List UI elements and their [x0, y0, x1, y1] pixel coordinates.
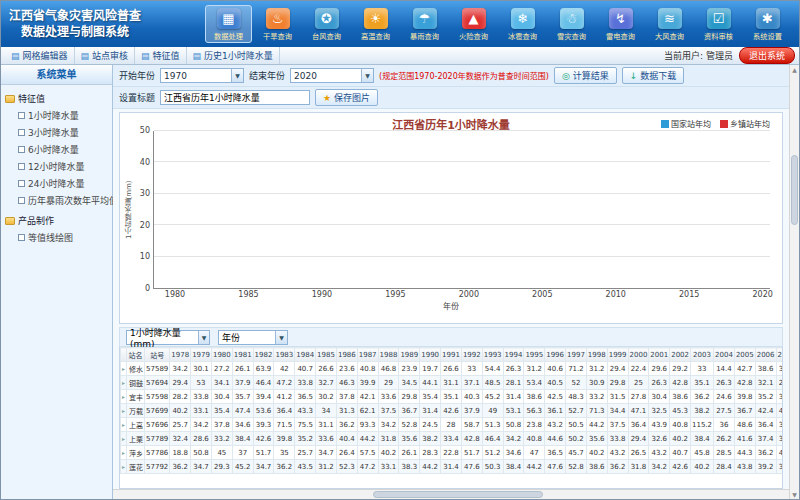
table-header-year: 1993 — [482, 348, 503, 362]
vertical-scrollbar-thumb[interactable] — [791, 155, 798, 225]
station-name-cell: 上高 — [127, 418, 145, 432]
tree-group-label[interactable]: 产品制作 — [5, 212, 108, 229]
checkbox-icon[interactable] — [18, 129, 25, 136]
y-tick-label: 50 — [140, 126, 150, 135]
value-cell: 50.8 — [191, 446, 212, 460]
row-expand-icon[interactable]: ▸ — [122, 379, 125, 386]
value-cell: 26.3 — [714, 376, 735, 390]
value-cell: 31.2 — [316, 460, 337, 474]
value-cell: 58.7 — [461, 418, 482, 432]
folder-icon — [5, 95, 15, 103]
station-id-cell: 57699 — [145, 404, 170, 418]
value-cell: 31.8 — [628, 460, 649, 474]
vertical-scrollbar[interactable]: ▲ ▼ — [789, 65, 799, 499]
tab-feature-value[interactable]: ▤ 特征值 — [135, 47, 187, 64]
toolbar-item-hightemp[interactable]: ☀高温查询 — [352, 5, 399, 43]
table-header-row: 站名站号197819791980198119821983198419851986… — [121, 348, 784, 362]
row-expand-icon[interactable]: ▸ — [122, 449, 125, 456]
table-metric-select[interactable]: 1小时降水量(mm) ▼ — [126, 330, 210, 345]
y-tick-label: 40 — [140, 158, 150, 167]
value-cell: 38.3 — [399, 460, 420, 474]
toolbar-item-data[interactable]: ▦数据处理 — [205, 5, 252, 43]
value-cell: 43.2 — [545, 418, 566, 432]
x-tick-label: 1995 — [385, 290, 405, 299]
tree-item[interactable]: 6小时降水量 — [5, 141, 108, 158]
x-tick-label: 1990 — [312, 290, 332, 299]
horizontal-scrollbar-thumb[interactable] — [373, 491, 543, 498]
toolbar-item-snow[interactable]: ☃雪灾查询 — [548, 5, 595, 43]
tree-item[interactable]: 12小时降水量 — [5, 158, 108, 175]
value-cell: 33.1 — [191, 404, 212, 418]
tree-item[interactable]: 历年暴雨次数年平均值 — [5, 192, 108, 209]
value-cell: 48.3 — [566, 390, 587, 404]
checkbox-icon[interactable] — [18, 197, 25, 204]
table-year-select[interactable]: 年份 ▼ — [218, 330, 288, 345]
tree-item-label: 3小时降水量 — [28, 126, 79, 139]
value-cell: 31.1 — [316, 418, 337, 432]
table-row[interactable]: ▸上高5769625.734.237.834.639.371.575.531.1… — [121, 418, 784, 432]
calculate-button[interactable]: ◎ 计算结果 — [554, 67, 617, 84]
value-cell: 33.8 — [607, 432, 628, 446]
tree-item[interactable]: 24小时降水量 — [5, 175, 108, 192]
toolbar-item-fire[interactable]: ▲火险查询 — [450, 5, 497, 43]
row-expand-icon[interactable]: ▸ — [122, 365, 125, 372]
row-expand-icon[interactable]: ▸ — [122, 393, 125, 400]
toolbar-item-drought[interactable]: ♨干旱查询 — [254, 5, 301, 43]
row-expand-icon[interactable]: ▸ — [122, 421, 125, 428]
tree-item[interactable]: 1小时降水量 — [5, 107, 108, 124]
checkbox-icon[interactable] — [18, 234, 25, 241]
value-cell: 47.6 — [461, 460, 482, 474]
table-row[interactable]: ▸上栗5778932.428.633.238.442.639.835.233.6… — [121, 432, 784, 446]
checkbox-icon[interactable] — [18, 146, 25, 153]
row-expand-icon[interactable]: ▸ — [122, 407, 125, 414]
table-row[interactable]: ▸宜丰5759828.233.830.435.739.441.236.530.2… — [121, 390, 784, 404]
table-row[interactable]: ▸萍乡5778618.850.8453751.73525.734.726.457… — [121, 446, 784, 460]
table-row[interactable]: ▸莲花5779236.234.729.345.234.736.243.531.2… — [121, 460, 784, 474]
scroll-up-arrow[interactable]: ▲ — [790, 66, 799, 73]
filter-row-years: 开始年份 1970 ▼ 结束年份 2020 ▼ (规定范围1970-2020年数… — [113, 65, 789, 87]
toolbar-item-rainstorm[interactable]: ☂暴雨查询 — [401, 5, 448, 43]
x-tick-label: 2005 — [532, 290, 552, 299]
tree-item[interactable]: 3小时降水量 — [5, 124, 108, 141]
save-image-button[interactable]: ★ 保存图片 — [315, 89, 378, 106]
download-button[interactable]: ↓ 数据下载 — [622, 67, 685, 84]
start-year-select[interactable]: 1970 ▼ — [160, 68, 244, 83]
value-cell: 29.8 — [399, 390, 420, 404]
horizontal-scrollbar[interactable] — [113, 489, 789, 499]
toolbar-item-typhoon[interactable]: ✪台风查询 — [303, 5, 350, 43]
end-year-select[interactable]: 2020 ▼ — [290, 68, 374, 83]
tab-grid-editor[interactable]: ▤ 网格编辑器 — [5, 47, 75, 64]
value-cell: 31.4 — [441, 460, 462, 474]
table-row[interactable]: ▸修水5758934.230.127.226.163.94240.726.623… — [121, 362, 784, 376]
tab-label: 网格编辑器 — [23, 49, 68, 62]
toolbar-item-wind[interactable]: ≋大风查询 — [646, 5, 693, 43]
value-cell: 26.5 — [628, 446, 649, 460]
row-expand-icon[interactable]: ▸ — [122, 463, 125, 470]
checkbox-icon[interactable] — [18, 163, 25, 170]
checkbox-icon[interactable] — [18, 112, 25, 119]
value-cell: 52.7 — [566, 404, 587, 418]
scroll-down-arrow[interactable]: ▼ — [790, 491, 799, 498]
toolbar-item-hail[interactable]: ❄冰雹查询 — [499, 5, 546, 43]
toolbar-item-lightning[interactable]: ↯雷电查询 — [597, 5, 644, 43]
row-expand-icon[interactable]: ▸ — [122, 435, 125, 442]
toolbar-item-settings[interactable]: ✱系统设置 — [744, 5, 791, 43]
tab-station-audit[interactable]: ▤ 站点审核 — [75, 47, 136, 64]
logout-button[interactable]: 退出系统 — [739, 47, 795, 64]
value-cell: 36.4 — [628, 418, 649, 432]
value-cell: 36.1 — [545, 404, 566, 418]
tab-history-1h-precip[interactable]: ▤ 历史1小时降水量 — [187, 47, 280, 64]
checkbox-icon[interactable] — [18, 180, 25, 187]
tree-item[interactable]: 等值线绘图 — [5, 229, 108, 246]
value-cell: 24.5 — [420, 418, 441, 432]
drought-icon: ♨ — [266, 8, 290, 29]
table-row[interactable]: ▸万载5769940.233.135.447.453.636.443.33431… — [121, 404, 784, 418]
value-cell: 35.6 — [586, 432, 607, 446]
value-cell: 38.4 — [503, 460, 524, 474]
chart-title-input[interactable] — [160, 90, 310, 105]
toolbar-item-audit[interactable]: ☑资料审核 — [695, 5, 742, 43]
value-cell: 38.4 — [232, 432, 253, 446]
tree-group-label[interactable]: 特征值 — [5, 90, 108, 107]
table-row[interactable]: ▸铜鼓5769429.45334.137.946.447.233.832.746… — [121, 376, 784, 390]
data-table-container[interactable]: 站名站号197819791980198119821983198419851986… — [119, 347, 783, 489]
